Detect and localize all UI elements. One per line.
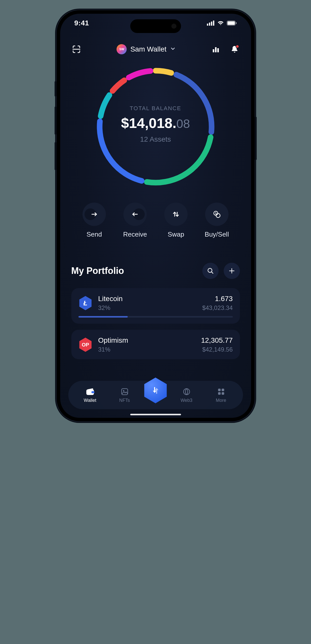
coin-icon: OP <box>78 338 93 352</box>
tab-bar: Wallet NFTs Web3 More <box>68 381 243 409</box>
buy-sell-label: Buy/Sell <box>205 230 229 238</box>
screen: 9:41 SW Sam Wallet <box>60 14 251 418</box>
asset-name: Optimism <box>98 336 128 344</box>
asset-progress-bar <box>78 316 233 318</box>
asset-percentage: 31% <box>98 346 128 353</box>
tab-more-label: More <box>216 398 226 403</box>
tab-more[interactable]: More <box>204 387 238 403</box>
balance-amount: $14,018.08 <box>115 115 196 131</box>
svg-rect-29 <box>218 392 221 395</box>
stats-icon[interactable] <box>211 44 221 54</box>
portfolio-title: My Portfolio <box>71 266 124 276</box>
tab-wallet[interactable]: Wallet <box>73 387 107 403</box>
asset-card[interactable]: OPOptimism31%12,305.77$42,149.56 <box>71 330 240 359</box>
asset-fiat-value: $42,149.56 <box>201 346 233 353</box>
svg-rect-5 <box>227 21 235 25</box>
receive-button[interactable]: Receive <box>115 203 156 238</box>
notification-dot <box>236 45 239 48</box>
buy-sell-button[interactable]: $ Buy/Sell <box>197 203 237 238</box>
nft-icon <box>120 387 129 396</box>
asset-percentage: 32% <box>98 304 123 311</box>
swap-label: Swap <box>168 230 184 238</box>
asset-card[interactable]: ŁLitecoin32%1.673$43,023.34 <box>71 288 240 324</box>
svg-point-17 <box>216 213 220 218</box>
more-icon <box>217 387 226 396</box>
asset-amount: 1.673 <box>202 295 233 303</box>
svg-rect-9 <box>215 47 217 52</box>
avatar: SW <box>117 44 127 54</box>
wallet-icon <box>86 387 95 396</box>
svg-rect-23 <box>91 391 94 393</box>
svg-rect-30 <box>222 392 224 395</box>
assets-count: 12 Assets <box>115 135 196 143</box>
app-header: SW Sam Wallet <box>71 42 240 57</box>
svg-rect-28 <box>222 389 224 391</box>
dynamic-island <box>130 19 181 33</box>
send-button[interactable]: Send <box>74 203 115 238</box>
portfolio-header: My Portfolio <box>71 263 240 279</box>
battery-icon <box>227 21 237 26</box>
svg-rect-2 <box>211 22 212 26</box>
tab-web3[interactable]: Web3 <box>169 387 204 403</box>
svg-rect-8 <box>213 49 214 52</box>
svg-rect-1 <box>209 23 210 26</box>
asset-list: ŁLitecoin32%1.673$43,023.34OPOptimism31%… <box>71 288 240 359</box>
balance-donut: TOTAL BALANCE $14,018.08 12 Assets <box>71 64 240 189</box>
receive-label: Receive <box>123 230 147 238</box>
search-button[interactable] <box>202 263 219 279</box>
send-label: Send <box>87 230 102 238</box>
home-indicator[interactable] <box>130 414 181 415</box>
svg-rect-27 <box>218 389 221 391</box>
tab-nfts-label: NFTs <box>119 398 130 403</box>
svg-rect-3 <box>213 21 214 26</box>
asset-amount: 12,305.77 <box>201 336 233 344</box>
asset-name: Litecoin <box>98 295 123 303</box>
wallet-selector[interactable]: SW Sam Wallet <box>117 44 175 54</box>
svg-point-26 <box>184 389 190 395</box>
svg-rect-10 <box>217 48 219 52</box>
coin-icon: Ł <box>78 296 93 310</box>
wallet-name: Sam Wallet <box>130 45 166 53</box>
wifi-icon <box>217 21 224 26</box>
balance-label: TOTAL BALANCE <box>115 105 196 112</box>
svg-line-19 <box>211 272 213 273</box>
asset-fiat-value: $43,023.34 <box>202 304 233 311</box>
actions-row: Send Receive Swap $ Buy/Sell <box>71 203 240 238</box>
web3-icon <box>182 387 191 396</box>
svg-point-25 <box>123 390 124 391</box>
add-asset-button[interactable] <box>224 263 240 279</box>
tab-nfts[interactable]: NFTs <box>107 387 142 403</box>
svg-rect-24 <box>122 389 128 395</box>
phone-frame: 9:41 SW Sam Wallet <box>57 10 255 421</box>
status-time: 9:41 <box>74 19 89 27</box>
swap-button[interactable]: Swap <box>156 203 197 238</box>
tab-wallet-label: Wallet <box>84 398 96 403</box>
cellular-icon <box>207 21 215 26</box>
svg-rect-6 <box>236 22 237 24</box>
tab-web3-label: Web3 <box>181 398 192 403</box>
svg-rect-0 <box>207 24 208 26</box>
notifications-icon[interactable] <box>230 44 240 54</box>
tab-center-swap[interactable] <box>142 377 169 404</box>
chevron-down-icon <box>170 46 176 53</box>
scan-icon[interactable] <box>71 44 81 54</box>
